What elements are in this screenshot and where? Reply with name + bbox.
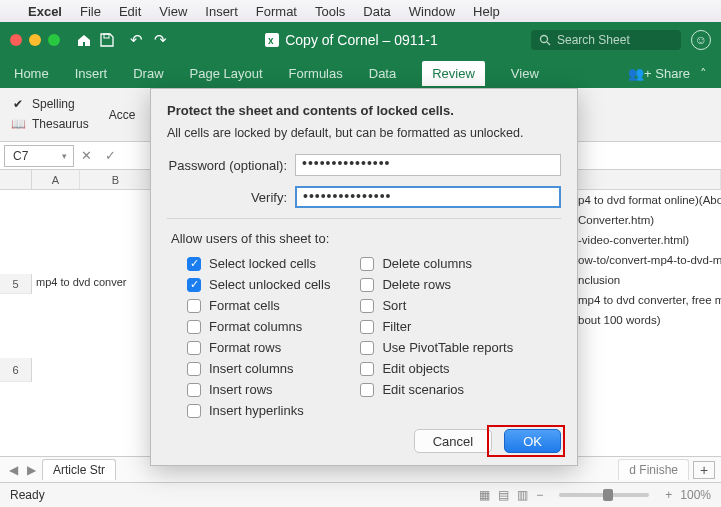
permission-label: Insert rows xyxy=(209,382,273,397)
cell-c-fragment[interactable]: -video-converter.html) xyxy=(578,230,721,250)
tab-data[interactable]: Data xyxy=(369,66,396,81)
checkbox-icon[interactable] xyxy=(187,320,201,334)
spelling-button[interactable]: ✔Spelling xyxy=(10,96,89,112)
menu-help[interactable]: Help xyxy=(473,4,500,19)
row-header-6[interactable]: 6 xyxy=(0,358,32,382)
permission-label: Insert columns xyxy=(209,361,294,376)
redo-icon[interactable]: ↷ xyxy=(148,31,172,49)
menu-file[interactable]: File xyxy=(80,4,101,19)
permission-select-locked-cells[interactable]: Select locked cells xyxy=(187,256,330,271)
permission-label: Delete rows xyxy=(382,277,451,292)
sheet-nav-prev-icon[interactable]: ◀ xyxy=(6,463,20,477)
checkbox-icon[interactable] xyxy=(187,299,201,313)
permission-insert-rows[interactable]: Insert rows xyxy=(187,382,330,397)
menu-view[interactable]: View xyxy=(159,4,187,19)
permission-edit-scenarios[interactable]: Edit scenarios xyxy=(360,382,513,397)
password-input[interactable]: ••••••••••••••• xyxy=(295,154,561,176)
checkbox-icon[interactable] xyxy=(360,257,374,271)
view-normal-icon[interactable]: ▦ xyxy=(479,488,490,502)
column-header-b[interactable]: B xyxy=(80,170,152,189)
permission-filter[interactable]: Filter xyxy=(360,319,513,334)
confirm-edit-icon[interactable]: ✓ xyxy=(98,148,122,163)
checkbox-icon[interactable] xyxy=(187,404,201,418)
permission-edit-objects[interactable]: Edit objects xyxy=(360,361,513,376)
menu-insert[interactable]: Insert xyxy=(205,4,238,19)
checkbox-icon[interactable] xyxy=(187,278,201,292)
sheet-tab-active[interactable]: Article Str xyxy=(42,459,116,480)
tab-page-layout[interactable]: Page Layout xyxy=(190,66,263,81)
permission-format-columns[interactable]: Format columns xyxy=(187,319,330,334)
permission-format-cells[interactable]: Format cells xyxy=(187,298,330,313)
column-header-a[interactable]: A xyxy=(32,170,80,189)
cell-b5[interactable]: mp4 to dvd conver xyxy=(36,276,148,288)
cell-c-fragment[interactable]: mp4 to dvd converter, free mp xyxy=(578,290,721,310)
zoom-out-button[interactable]: − xyxy=(536,488,543,502)
add-sheet-button[interactable]: + xyxy=(693,461,715,479)
checkbox-icon[interactable] xyxy=(360,320,374,334)
checkbox-icon[interactable] xyxy=(360,362,374,376)
zoom-slider[interactable] xyxy=(559,493,649,497)
row-header-5[interactable]: 5 xyxy=(0,274,32,294)
menu-window[interactable]: Window xyxy=(409,4,455,19)
permission-label: Edit scenarios xyxy=(382,382,464,397)
cell-c-fragment[interactable]: bout 100 words) xyxy=(578,310,721,330)
checkbox-icon[interactable] xyxy=(360,299,374,313)
menu-edit[interactable]: Edit xyxy=(119,4,141,19)
column-c-cells: p4 to dvd format online)(Abou Converter.… xyxy=(578,190,721,330)
permission-insert-columns[interactable]: Insert columns xyxy=(187,361,330,376)
menu-format[interactable]: Format xyxy=(256,4,297,19)
checkbox-icon[interactable] xyxy=(187,362,201,376)
tab-draw[interactable]: Draw xyxy=(133,66,163,81)
permission-label: Format rows xyxy=(209,340,281,355)
cell-c-fragment[interactable]: Converter.htm) xyxy=(578,210,721,230)
share-button[interactable]: 👥+ Share xyxy=(628,66,690,81)
permission-delete-columns[interactable]: Delete columns xyxy=(360,256,513,271)
permission-sort[interactable]: Sort xyxy=(360,298,513,313)
permission-select-unlocked-cells[interactable]: Select unlocked cells xyxy=(187,277,330,292)
checkbox-icon[interactable] xyxy=(187,257,201,271)
name-box[interactable]: C7 ▾ xyxy=(4,145,74,167)
checkbox-icon[interactable] xyxy=(187,341,201,355)
cell-c-fragment[interactable]: nclusion xyxy=(578,270,721,290)
view-page-layout-icon[interactable]: ▤ xyxy=(498,488,509,502)
feedback-icon[interactable]: ☺ xyxy=(691,30,711,50)
app-name[interactable]: Excel xyxy=(28,4,62,19)
menu-data[interactable]: Data xyxy=(363,4,390,19)
save-icon[interactable] xyxy=(100,33,124,47)
zoom-window-button[interactable] xyxy=(48,34,60,46)
permission-format-rows[interactable]: Format rows xyxy=(187,340,330,355)
checkbox-icon[interactable] xyxy=(360,341,374,355)
tab-review[interactable]: Review xyxy=(422,61,485,86)
sheet-nav-next-icon[interactable]: ▶ xyxy=(24,463,38,477)
tab-insert[interactable]: Insert xyxy=(75,66,108,81)
checkbox-icon[interactable] xyxy=(360,383,374,397)
checkbox-icon[interactable] xyxy=(187,383,201,397)
chevron-down-icon[interactable]: ▾ xyxy=(62,151,67,161)
cancel-edit-icon[interactable]: ✕ xyxy=(74,148,98,163)
ribbon-collapse-icon[interactable]: ˄ xyxy=(700,66,707,81)
verify-password-input[interactable]: ••••••••••••••• xyxy=(295,186,561,208)
zoom-level[interactable]: 100% xyxy=(680,488,711,502)
view-page-break-icon[interactable]: ▥ xyxy=(517,488,528,502)
accessibility-button[interactable]: Acce xyxy=(109,108,136,122)
tab-home[interactable]: Home xyxy=(14,66,49,81)
cancel-button[interactable]: Cancel xyxy=(414,429,492,453)
tab-formulas[interactable]: Formulas xyxy=(289,66,343,81)
sheet-tab-finished[interactable]: d Finishe xyxy=(618,459,689,480)
minimize-window-button[interactable] xyxy=(29,34,41,46)
zoom-in-button[interactable]: + xyxy=(665,488,672,502)
permission-use-pivottable-reports[interactable]: Use PivotTable reports xyxy=(360,340,513,355)
menu-tools[interactable]: Tools xyxy=(315,4,345,19)
home-icon[interactable] xyxy=(76,32,100,48)
close-window-button[interactable] xyxy=(10,34,22,46)
permission-insert-hyperlinks[interactable]: Insert hyperlinks xyxy=(187,403,330,418)
undo-icon[interactable]: ↶ xyxy=(124,31,148,49)
thesaurus-button[interactable]: 📖Thesaurus xyxy=(10,116,89,132)
ok-button[interactable]: OK xyxy=(504,429,561,453)
permission-delete-rows[interactable]: Delete rows xyxy=(360,277,513,292)
tab-view[interactable]: View xyxy=(511,66,539,81)
checkbox-icon[interactable] xyxy=(360,278,374,292)
cell-c-fragment[interactable]: ow-to/convert-mp4-to-dvd-m xyxy=(578,250,721,270)
cell-c-fragment[interactable]: p4 to dvd format online)(Abou xyxy=(578,190,721,210)
search-sheet-field[interactable]: Search Sheet xyxy=(531,30,681,50)
